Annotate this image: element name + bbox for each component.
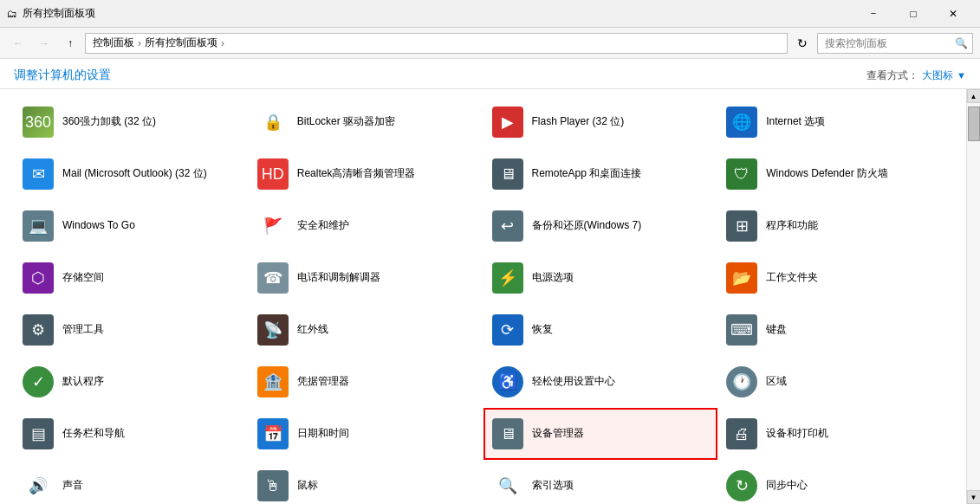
minimize-button[interactable]: － (853, 0, 893, 28)
grid-item-item-search[interactable]: 🔍索引选项 (484, 460, 718, 504)
item-label-item-programs: 程序和功能 (766, 219, 818, 233)
item-icon-item-manage: ⚙ (21, 313, 55, 347)
item-icon-item-flash: ▶ (490, 105, 525, 139)
item-label-item-flash: Flash Player (32 位) (532, 115, 625, 129)
item-icon-item-region: 🕐 (724, 365, 759, 399)
grid-item-item-remoteapp[interactable]: 🖥RemoteApp 和桌面连接 (484, 148, 718, 200)
grid-item-item-ir[interactable]: 📡红外线 (249, 304, 484, 356)
item-icon-item-realtek: HD (256, 157, 290, 191)
grid-item-item-mouse[interactable]: 🖱鼠标 (249, 460, 484, 504)
item-label-item-taskbar: 任务栏和导航 (62, 427, 125, 441)
grid-item-item-bitlocker[interactable]: 🔒BitLocker 驱动器加密 (249, 96, 484, 148)
view-label: 查看方式： (866, 68, 918, 83)
item-icon-item-security: 🚩 (256, 209, 290, 243)
grid-item-item-sync[interactable]: ↻同步中心 (717, 460, 952, 504)
item-label-item-devmgr: 设备管理器 (532, 427, 584, 441)
grid-item-item-phone[interactable]: ☎电话和调制解调器 (249, 252, 484, 304)
scroll-thumb[interactable] (968, 107, 980, 141)
content-header: 调整计算机的设置 查看方式： 大图标 ▼ (0, 59, 980, 89)
item-icon-item-sound: 🔊 (21, 468, 55, 503)
grid-container: 360360强力卸载 (32 位)🔒BitLocker 驱动器加密▶Flash … (0, 89, 980, 504)
item-icon-item-deviceprint: 🖨 (724, 417, 759, 451)
scroll-down-button[interactable]: ▼ (967, 490, 981, 504)
item-label-item-ease: 轻松使用设置中心 (532, 375, 615, 389)
grid-item-item-sound[interactable]: 🔊声音 (14, 460, 249, 504)
item-label-item-deviceprint: 设备和打印机 (766, 427, 828, 441)
item-icon-item-search: 🔍 (490, 468, 525, 503)
grid-item-item-region[interactable]: 🕐区域 (717, 356, 952, 408)
grid-item-item-realtek[interactable]: HDRealtek高清晰音频管理器 (249, 148, 484, 200)
view-mode-link[interactable]: 大图标 (922, 68, 953, 83)
back-button[interactable]: ← (7, 32, 29, 55)
item-label-item-sync: 同步中心 (766, 479, 808, 493)
grid-item-item-date[interactable]: 📅日期和时间 (249, 408, 484, 460)
item-icon-item-internet: 🌐 (724, 105, 759, 139)
grid-item-item-workfolder[interactable]: 📂工作文件夹 (717, 252, 952, 304)
item-label-item-defender: Windows Defender 防火墙 (766, 167, 888, 181)
grid-item-item-keyboard[interactable]: ⌨键盘 (717, 304, 952, 356)
search-container: 🔍 (817, 33, 973, 54)
item-label-item-credential: 凭据管理器 (297, 375, 349, 389)
grid-item-item-programs[interactable]: ⊞程序和功能 (717, 200, 952, 252)
path-current: 所有控制面板项 (145, 36, 217, 50)
grid-item-item-flash[interactable]: ▶Flash Player (32 位) (484, 96, 718, 148)
path-root: 控制面板 (93, 36, 134, 50)
item-label-item-internet: Internet 选项 (766, 115, 825, 129)
item-label-item-security: 安全和维护 (297, 219, 349, 233)
grid-item-item-security[interactable]: 🚩安全和维护 (249, 200, 484, 252)
item-icon-item-devmgr: 🖥 (490, 417, 525, 451)
item-icon-item-360: 360 (21, 105, 55, 139)
item-label-item-workfolder: 工作文件夹 (766, 271, 818, 285)
scroll-up-button[interactable]: ▲ (967, 89, 981, 103)
item-icon-item-default: ✓ (21, 365, 55, 399)
grid-item-item-taskbar[interactable]: ▤任务栏和导航 (14, 408, 249, 460)
up-button[interactable]: ↑ (59, 32, 81, 55)
grid-item-item-deviceprint[interactable]: 🖨设备和打印机 (717, 408, 952, 460)
item-label-item-power: 电源选项 (532, 271, 574, 285)
content-area: 调整计算机的设置 查看方式： 大图标 ▼ 360360强力卸载 (32 位)🔒B… (0, 59, 980, 504)
item-label-item-bitlocker: BitLocker 驱动器加密 (297, 115, 395, 129)
grid-item-item-manage[interactable]: ⚙管理工具 (14, 304, 249, 356)
refresh-button[interactable]: ↻ (791, 32, 814, 55)
item-icon-item-ease: ♿ (490, 365, 525, 399)
grid-item-item-ease[interactable]: ♿轻松使用设置中心 (484, 356, 718, 408)
item-icon-item-bitlocker: 🔒 (256, 105, 290, 139)
forward-button[interactable]: → (33, 32, 55, 55)
grid-item-item-credential[interactable]: 🏦凭据管理器 (249, 356, 484, 408)
search-input[interactable] (817, 33, 973, 54)
grid-item-item-recovery[interactable]: ⟳恢复 (484, 304, 718, 356)
title-bar: 🗂 所有控制面板项 － □ ✕ (0, 0, 980, 28)
address-path[interactable]: 控制面板 › 所有控制面板项 › (85, 33, 788, 54)
window-title: 所有控制面板项 (23, 6, 95, 21)
items-grid: 360360强力卸载 (32 位)🔒BitLocker 驱动器加密▶Flash … (14, 96, 952, 504)
item-label-item-manage: 管理工具 (62, 323, 104, 337)
item-label-item-search: 索引选项 (532, 479, 574, 493)
grid-item-item-default[interactable]: ✓默认程序 (14, 356, 249, 408)
item-icon-item-phone: ☎ (256, 261, 290, 295)
grid-item-item-internet[interactable]: 🌐Internet 选项 (717, 96, 952, 148)
grid-item-item-backup[interactable]: ↩备份和还原(Windows 7) (484, 200, 718, 252)
item-label-item-mouse: 鼠标 (297, 479, 318, 493)
maximize-button[interactable]: □ (893, 0, 933, 28)
grid-item-item-defender[interactable]: 🛡Windows Defender 防火墙 (717, 148, 952, 200)
grid-item-item-devmgr[interactable]: 🖥设备管理器 (484, 408, 718, 460)
close-button[interactable]: ✕ (933, 0, 973, 28)
grid-item-item-mail[interactable]: ✉Mail (Microsoft Outlook) (32 位) (14, 148, 249, 200)
search-icon: 🔍 (955, 37, 968, 49)
item-icon-item-recovery: ⟳ (490, 313, 525, 347)
item-icon-item-storage: ⬡ (21, 261, 55, 295)
window-icon: 🗂 (7, 8, 17, 20)
item-icon-item-backup: ↩ (490, 209, 525, 243)
window-controls: － □ ✕ (853, 0, 973, 28)
item-icon-item-credential: 🏦 (256, 365, 290, 399)
grid-item-item-power[interactable]: ⚡电源选项 (484, 252, 718, 304)
grid-item-item-360[interactable]: 360360强力卸载 (32 位) (14, 96, 249, 148)
item-label-item-backup: 备份和还原(Windows 7) (532, 219, 642, 233)
view-dropdown-icon[interactable]: ▼ (957, 70, 966, 81)
item-label-item-ir: 红外线 (297, 323, 328, 337)
item-icon-item-programs: ⊞ (724, 209, 759, 243)
grid-item-item-wintogo[interactable]: 💻Windows To Go (14, 200, 249, 252)
grid-item-item-storage[interactable]: ⬡存储空间 (14, 252, 249, 304)
item-label-item-default: 默认程序 (62, 375, 104, 389)
item-label-item-region: 区域 (766, 375, 787, 389)
